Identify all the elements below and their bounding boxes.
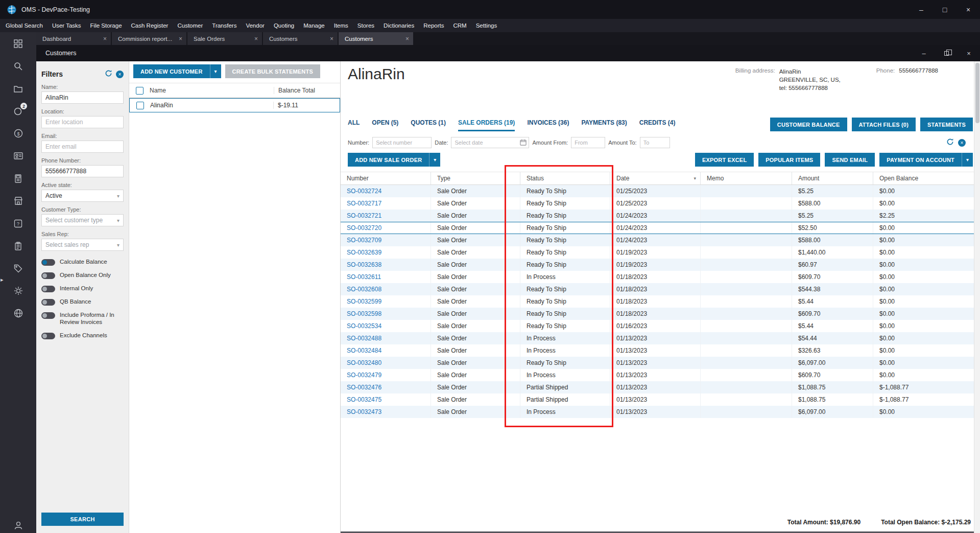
- subwindow-minimize-button[interactable]: –: [913, 45, 935, 61]
- menu-item[interactable]: Stores: [353, 19, 379, 32]
- filter-toggle[interactable]: Open Balance Only: [41, 271, 124, 279]
- tab-close-icon[interactable]: ×: [405, 35, 409, 42]
- sale-order-link[interactable]: SO-0032475: [347, 396, 381, 403]
- number-filter-input[interactable]: [372, 137, 432, 148]
- sale-order-row[interactable]: SO-0032611 Sale Order In Process 01/18/2…: [341, 271, 974, 283]
- clear-filters-icon[interactable]: ×: [958, 139, 966, 147]
- document-tab[interactable]: Customers ×: [263, 32, 338, 45]
- dashboard-icon[interactable]: [0, 32, 36, 55]
- select-all-checkbox[interactable]: [136, 87, 144, 95]
- sale-order-link[interactable]: SO-0032611: [347, 273, 381, 281]
- tag-icon[interactable]: [0, 257, 36, 280]
- filters-refresh-icon[interactable]: [105, 69, 112, 79]
- sale-order-action-button[interactable]: SEND EMAIL: [825, 153, 875, 167]
- sale-order-link[interactable]: SO-0032480: [347, 359, 381, 366]
- sale-order-row[interactable]: SO-0032639 Sale Order Ready To Ship 01/1…: [341, 246, 974, 259]
- sale-order-link[interactable]: SO-0032488: [347, 335, 381, 342]
- sale-order-link[interactable]: SO-0032638: [347, 261, 381, 268]
- tab-close-icon[interactable]: ×: [330, 35, 333, 42]
- menu-item[interactable]: Items: [329, 19, 353, 32]
- subwindow-restore-button[interactable]: [935, 45, 958, 61]
- menu-item[interactable]: Dictionaries: [379, 19, 419, 32]
- add-new-sale-order-dropdown[interactable]: ▾: [429, 153, 440, 167]
- sale-order-row[interactable]: SO-0032488 Sale Order In Process 01/13/2…: [341, 332, 974, 344]
- date-filter-input[interactable]: [451, 137, 529, 148]
- filter-toggle[interactable]: QB Balance: [41, 298, 124, 306]
- toggle-switch[interactable]: [41, 272, 55, 279]
- user-profile-icon[interactable]: [0, 521, 36, 530]
- search-icon[interactable]: [0, 55, 36, 77]
- sale-order-row[interactable]: SO-0032479 Sale Order In Process 01/13/2…: [341, 369, 974, 381]
- calendar-icon[interactable]: [520, 139, 527, 147]
- sale-order-row[interactable]: SO-0032599 Sale Order Ready To Ship 01/1…: [341, 295, 974, 308]
- detail-action-button[interactable]: CUSTOMER BALANCE: [770, 118, 847, 131]
- sale-order-link[interactable]: SO-0032476: [347, 384, 381, 391]
- menu-item[interactable]: Customer: [173, 19, 207, 32]
- panel-expander-icon[interactable]: ▸: [1, 276, 4, 283]
- name-column-header[interactable]: Name: [150, 87, 274, 94]
- menu-item[interactable]: Reports: [419, 19, 448, 32]
- document-tab[interactable]: Dashboard ×: [36, 32, 111, 45]
- menu-item[interactable]: Global Search: [1, 19, 47, 32]
- sale-order-link[interactable]: SO-0032709: [347, 237, 381, 244]
- sale-order-link[interactable]: SO-0032534: [347, 322, 381, 330]
- globe-icon[interactable]: [0, 302, 36, 325]
- store-icon[interactable]: [0, 190, 36, 212]
- filters-clear-icon[interactable]: ×: [116, 71, 124, 78]
- sale-order-row[interactable]: SO-0032709 Sale Order Ready To Ship 01/2…: [341, 234, 974, 246]
- tab-close-icon[interactable]: ×: [179, 35, 182, 42]
- tab-close-icon[interactable]: ×: [103, 35, 107, 42]
- sale-order-link[interactable]: SO-0032598: [347, 310, 381, 317]
- sale-order-row[interactable]: SO-0032608 Sale Order Ready To Ship 01/1…: [341, 283, 974, 295]
- menu-item[interactable]: Quoting: [269, 19, 299, 32]
- card-terminal-icon[interactable]: [0, 167, 36, 190]
- detail-tab[interactable]: INVOICES (36): [527, 119, 569, 131]
- toggle-switch[interactable]: [41, 286, 55, 292]
- menu-item[interactable]: File Storage: [86, 19, 127, 32]
- sale-order-link[interactable]: SO-0032721: [347, 212, 381, 219]
- document-tab[interactable]: Sale Orders ×: [187, 32, 262, 45]
- row-checkbox[interactable]: [136, 102, 144, 109]
- notifications-icon[interactable]: 2: [0, 100, 36, 122]
- detail-tab[interactable]: QUOTES (1): [411, 119, 446, 131]
- sale-order-row[interactable]: SO-0032717 Sale Order Ready To Ship 01/2…: [341, 197, 974, 210]
- refresh-icon[interactable]: [946, 138, 954, 147]
- amount-from-input[interactable]: [571, 137, 605, 148]
- location-input[interactable]: [41, 116, 124, 128]
- open-balance-column-header[interactable]: Open Balance: [873, 172, 974, 184]
- sale-order-row[interactable]: SO-0032480 Sale Order Ready To Ship 01/1…: [341, 357, 974, 369]
- detail-action-button[interactable]: STATEMENTS: [920, 118, 973, 131]
- sale-order-row[interactable]: SO-0032721 Sale Order Ready To Ship 01/2…: [341, 210, 974, 222]
- sale-order-row[interactable]: SO-0032598 Sale Order Ready To Ship 01/1…: [341, 308, 974, 320]
- menu-item[interactable]: Transfers: [207, 19, 241, 32]
- sale-order-link[interactable]: SO-0032599: [347, 298, 381, 305]
- menu-item[interactable]: User Tasks: [47, 19, 86, 32]
- number-column-header[interactable]: Number: [341, 172, 431, 184]
- date-column-header[interactable]: Date▾: [610, 172, 701, 184]
- menu-item[interactable]: Vendor: [241, 19, 269, 32]
- sale-order-row[interactable]: SO-0032720 Sale Order Ready To Ship 01/2…: [341, 222, 974, 234]
- sale-order-link[interactable]: SO-0032479: [347, 372, 381, 379]
- payment-on-account-dropdown[interactable]: ▾: [962, 153, 973, 167]
- balance-column-header[interactable]: Balance Total: [274, 87, 340, 94]
- menu-item[interactable]: Cash Register: [127, 19, 173, 32]
- search-button[interactable]: SEARCH: [41, 513, 124, 526]
- sales-rep-select[interactable]: Select sales rep ▾: [41, 239, 124, 251]
- help-icon[interactable]: ?: [0, 212, 36, 235]
- sale-order-row[interactable]: SO-0032473 Sale Order In Process 01/13/2…: [341, 406, 974, 418]
- customer-type-select[interactable]: Select customer type ▾: [41, 214, 124, 226]
- filter-toggle[interactable]: Calculate Balance: [41, 258, 124, 266]
- sale-order-row[interactable]: SO-0032476 Sale Order Partial Shipped 01…: [341, 381, 974, 393]
- document-tab[interactable]: Customers ×: [339, 32, 413, 45]
- sale-order-action-button[interactable]: POPULAR ITEMS: [758, 153, 820, 167]
- clipboard-icon[interactable]: [0, 235, 36, 257]
- create-bulk-statements-button[interactable]: CREATE BULK STATEMENTS: [225, 64, 320, 78]
- phone-input[interactable]: [41, 165, 124, 177]
- toggle-switch[interactable]: [41, 333, 55, 339]
- filter-toggle[interactable]: Internal Only: [41, 285, 124, 292]
- amount-column-header[interactable]: Amount: [792, 172, 873, 184]
- sale-order-action-button[interactable]: EXPORT EXCEL: [695, 153, 754, 167]
- detail-tab[interactable]: ALL: [348, 119, 360, 131]
- add-new-customer-button[interactable]: ADD NEW CUSTOMER: [133, 64, 210, 78]
- memo-column-header[interactable]: Memo: [701, 172, 792, 184]
